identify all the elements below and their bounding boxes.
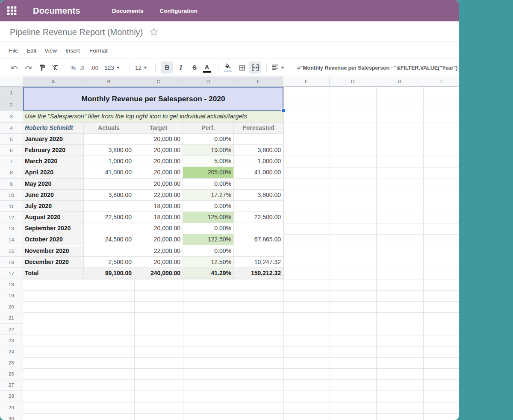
row-header-16[interactable]: 16 <box>0 257 23 268</box>
cell-perf-D7[interactable]: 5.00% <box>183 156 234 167</box>
text-color-button[interactable]: A <box>201 62 213 73</box>
row-header-30[interactable]: 30 <box>0 413 23 420</box>
cell-perf-D12[interactable]: 125.00% <box>183 212 234 223</box>
cell-month-A10[interactable]: June 2020 <box>23 190 84 201</box>
row-header-9[interactable]: 9 <box>0 179 23 190</box>
cell-target-C13[interactable]: 20,000.00 <box>134 223 183 234</box>
redo-button[interactable] <box>22 62 34 73</box>
cell-forecast-E7[interactable]: 1,000.00 <box>234 156 283 167</box>
cell-target-C11[interactable]: 18,000.00 <box>134 201 183 212</box>
column-header-F[interactable]: F <box>283 76 330 87</box>
row-header-17[interactable]: 17 <box>0 268 23 279</box>
cell-forecast-E16[interactable]: 10,247.32 <box>234 257 283 268</box>
row-header-4[interactable]: 4 <box>0 123 23 134</box>
cell-actuals-B10[interactable]: 3,800.00 <box>84 190 134 201</box>
formula-bar[interactable]: ="Monthly Revenue per Salesperson - "&FI… <box>295 59 459 76</box>
row-header-10[interactable]: 10 <box>0 190 23 201</box>
cell-actuals-B12[interactable]: 22,500.00 <box>84 212 134 223</box>
row-header-21[interactable]: 21 <box>0 312 23 323</box>
cell-note-A3[interactable]: Use the "Salesperson" filter from the to… <box>23 111 283 123</box>
nav-item-documents[interactable]: Documents <box>109 6 147 16</box>
row-header-24[interactable]: 24 <box>0 346 23 357</box>
cell-actuals-B5[interactable] <box>84 134 134 145</box>
cell-perf-D9[interactable]: 0.00% <box>183 179 234 190</box>
strikethrough-button[interactable]: S <box>189 62 200 73</box>
cell-perf-D8[interactable]: 205.00% <box>183 167 234 178</box>
cell-title-A1[interactable]: Monthly Revenue per Salesperson - 2020 <box>23 87 283 111</box>
row-header-7[interactable]: 7 <box>0 156 23 167</box>
cell-total-E17[interactable]: 150,212.32 <box>234 268 283 279</box>
menu-insert[interactable]: Insert <box>65 42 80 59</box>
cell-perf-D10[interactable]: 17.27% <box>183 190 234 201</box>
cell-actuals-B13[interactable] <box>84 223 134 234</box>
decrease-decimal-button[interactable]: .0 <box>77 62 87 73</box>
cell-forecast-E14[interactable]: 67,865.00 <box>234 234 283 245</box>
cell-header-Forecasted[interactable]: Forecasted <box>234 123 283 134</box>
cell-target-C16[interactable]: 20,000.00 <box>134 257 183 268</box>
fill-color-button[interactable] <box>222 62 234 73</box>
cell-actuals-B15[interactable] <box>84 246 134 257</box>
menu-view[interactable]: View <box>44 42 57 59</box>
cell-target-C14[interactable]: 20,000.00 <box>134 234 183 245</box>
row-header-5[interactable]: 5 <box>0 134 23 145</box>
cell-forecast-E10[interactable]: 3,800.00 <box>234 190 283 201</box>
borders-button[interactable] <box>236 62 248 73</box>
cell-actuals-B6[interactable]: 3,800.00 <box>84 145 134 156</box>
cell-month-A11[interactable]: July 2020 <box>23 201 84 212</box>
row-header-6[interactable]: 6 <box>0 145 23 156</box>
font-size-button[interactable]: 12 <box>133 62 150 73</box>
cell-month-A16[interactable]: December 2020 <box>23 257 84 268</box>
cell-perf-D6[interactable]: 19.00% <box>183 145 234 156</box>
column-header-E[interactable]: E <box>234 76 283 87</box>
paint-format-button[interactable] <box>36 62 48 73</box>
cell-forecast-E9[interactable] <box>234 179 283 190</box>
row-header-28[interactable]: 28 <box>0 391 23 402</box>
column-header-I[interactable]: I <box>423 76 459 87</box>
row-header-13[interactable]: 13 <box>0 223 23 234</box>
cell-month-A8[interactable]: April 2020 <box>23 167 84 178</box>
cell-actuals-B7[interactable]: 1,000.00 <box>84 156 134 167</box>
nav-item-configuration[interactable]: Configuration <box>157 6 200 16</box>
cell-total-A17[interactable]: Total <box>23 268 84 279</box>
cell-perf-D15[interactable]: 0.00% <box>183 246 234 257</box>
cell-target-C12[interactable]: 18,000.00 <box>134 212 183 223</box>
cell-total-D17[interactable]: 41.29% <box>183 268 234 279</box>
menu-format[interactable]: Format <box>89 42 108 59</box>
row-header-12[interactable]: 12 <box>0 212 23 223</box>
sheet-corner-box[interactable] <box>0 76 23 87</box>
favorite-star-button[interactable] <box>149 27 159 37</box>
cell-forecast-E5[interactable] <box>234 134 283 145</box>
cell-forecast-E13[interactable] <box>234 223 283 234</box>
row-header-11[interactable]: 11 <box>0 201 23 212</box>
clear-format-button[interactable] <box>50 62 62 73</box>
row-header-19[interactable]: 19 <box>0 290 23 301</box>
row-header-29[interactable]: 29 <box>0 402 23 413</box>
row-header-25[interactable]: 25 <box>0 357 23 368</box>
cell-forecast-E15[interactable] <box>234 246 283 257</box>
cell-forecast-E12[interactable]: 22,500.00 <box>234 212 283 223</box>
cell-forecast-E11[interactable] <box>234 201 283 212</box>
column-header-B[interactable]: B <box>84 76 134 87</box>
cell-target-C7[interactable]: 20,000.00 <box>134 156 183 167</box>
increase-decimal-button[interactable]: .00 <box>88 62 101 73</box>
cell-target-C10[interactable]: 22,000.00 <box>134 190 183 201</box>
row-header-23[interactable]: 23 <box>0 335 23 346</box>
cell-perf-D13[interactable]: 0.00% <box>183 223 234 234</box>
cell-target-C6[interactable]: 20,000.00 <box>134 145 183 156</box>
merge-cells-button[interactable] <box>249 62 261 73</box>
cell-header-Target[interactable]: Target <box>134 123 183 134</box>
row-header-2[interactable]: 2 <box>0 99 23 111</box>
row-header-18[interactable]: 18 <box>0 279 23 290</box>
cell-month-A5[interactable]: January 2020 <box>23 134 84 145</box>
row-header-15[interactable]: 15 <box>0 246 23 257</box>
horizontal-align-button[interactable] <box>269 62 287 73</box>
italic-button[interactable]: I <box>175 62 187 73</box>
document-title[interactable]: Pipeline Revenue Report (Monthly) <box>10 21 143 42</box>
row-header-14[interactable]: 14 <box>0 234 23 245</box>
row-header-3[interactable]: 3 <box>0 111 23 123</box>
cell-month-A7[interactable]: March 2020 <box>23 156 84 167</box>
column-header-H[interactable]: H <box>376 76 423 87</box>
row-header-27[interactable]: 27 <box>0 379 23 391</box>
cell-month-A14[interactable]: October 2020 <box>23 234 84 245</box>
cell-month-A12[interactable]: August 2020 <box>23 212 84 223</box>
